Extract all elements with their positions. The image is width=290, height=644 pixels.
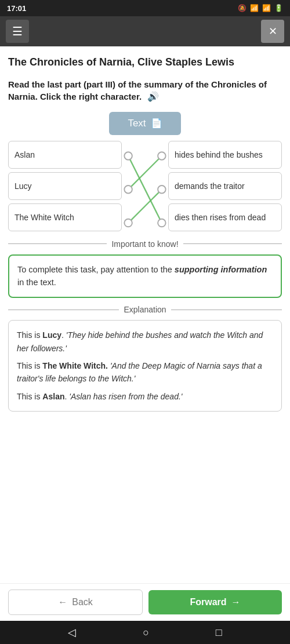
- mute-icon: 🔕: [238, 4, 246, 12]
- svg-line-0: [128, 156, 162, 190]
- info-text-prefix: To complete this task, pay attention to …: [17, 265, 175, 274]
- left-item-aslan[interactable]: Aslan: [8, 141, 122, 169]
- explanation-line-left: [8, 310, 119, 310]
- divider-line-right: [183, 243, 282, 244]
- back-button-label: Back: [72, 597, 93, 607]
- close-icon: ✕: [269, 25, 277, 38]
- svg-line-1: [128, 156, 162, 223]
- right-item-demands[interactable]: demands the traitor: [168, 172, 282, 200]
- matching-exercise: Aslan Lucy The White Witch: [8, 141, 282, 231]
- forward-button[interactable]: Forward →: [148, 590, 282, 614]
- svg-point-8: [158, 219, 165, 227]
- text-button-wrap: Text 📄: [8, 112, 282, 135]
- connector-area: [122, 141, 168, 231]
- left-item-lucy[interactable]: Lucy: [8, 172, 122, 200]
- svg-point-5: [124, 219, 132, 227]
- instruction-text: Read the last part (part III) of the sum…: [8, 78, 282, 103]
- explanation-label: Explanation: [124, 305, 166, 314]
- explanation-witch-bold: The White Witch.: [42, 361, 108, 370]
- explanation-divider: Explanation: [8, 305, 282, 314]
- left-item-white-witch[interactable]: The White Witch: [8, 203, 122, 231]
- explanation-line-2: This is The White Witch. 'And the Deep M…: [17, 359, 273, 385]
- explanation-aslan-bold: Aslan: [42, 392, 64, 401]
- svg-point-7: [158, 185, 165, 193]
- status-bar: 17:01 🔕 📶 📶 🔋: [0, 0, 290, 16]
- page-title: The Chronicles of Narnia, Clive Staples …: [8, 56, 282, 69]
- status-icons: 🔕 📶 📶 🔋: [238, 4, 283, 12]
- important-label: Important to know!: [111, 239, 178, 249]
- hamburger-icon: ☰: [12, 24, 23, 38]
- back-button[interactable]: ← Back: [8, 590, 143, 615]
- right-column: hides behind the bushes demands the trai…: [168, 141, 282, 231]
- forward-arrow-icon: →: [231, 597, 241, 607]
- explanation-lucy-bold: Lucy: [42, 330, 61, 340]
- connector-lines: [122, 141, 168, 231]
- info-text-suffix: in the text.: [17, 278, 56, 287]
- explanation-box: This is Lucy. 'They hide behind the bush…: [8, 320, 282, 412]
- svg-point-6: [158, 152, 165, 159]
- signal-icon: 📶: [262, 4, 271, 12]
- divider-line-left: [8, 243, 107, 244]
- android-nav: ◁ ○ □: [0, 621, 290, 644]
- right-item-hides[interactable]: hides behind the bushes: [168, 141, 282, 169]
- text-button-label: Text: [128, 118, 146, 129]
- wifi-icon: 📶: [250, 4, 259, 12]
- android-back-icon[interactable]: ◁: [68, 626, 76, 639]
- android-home-icon[interactable]: ○: [143, 627, 149, 639]
- document-icon: 📄: [151, 118, 162, 129]
- info-bold-text: supporting information: [175, 265, 267, 274]
- matching-area: Aslan Lucy The White Witch: [8, 141, 282, 231]
- android-recents-icon[interactable]: □: [216, 627, 222, 639]
- explanation-aslan-quote: 'Aslan has risen from the dead.': [69, 392, 182, 401]
- explanation-line-1: This is Lucy. 'They hide behind the bush…: [17, 329, 273, 355]
- explanation-line-right: [171, 310, 282, 310]
- speaker-icon[interactable]: 🔊: [147, 90, 159, 103]
- main-content: The Chronicles of Narnia, Clive Staples …: [0, 46, 290, 583]
- text-button[interactable]: Text 📄: [109, 112, 180, 135]
- explanation-line-3: This is Aslan. 'Aslan has risen from the…: [17, 390, 273, 403]
- forward-button-label: Forward: [190, 597, 226, 607]
- svg-point-3: [124, 152, 132, 159]
- svg-line-2: [128, 190, 162, 223]
- menu-button[interactable]: ☰: [6, 20, 29, 43]
- svg-point-4: [124, 185, 132, 193]
- battery-icon: 🔋: [274, 4, 283, 12]
- info-box: To complete this task, pay attention to …: [8, 254, 282, 299]
- right-item-dies-rises[interactable]: dies then rises from dead: [168, 203, 282, 231]
- status-time: 17:01: [7, 4, 26, 13]
- close-button[interactable]: ✕: [261, 20, 284, 43]
- back-arrow-icon: ←: [58, 597, 67, 607]
- bottom-nav: ← Back Forward →: [0, 583, 290, 621]
- important-divider: Important to know!: [8, 239, 282, 249]
- left-column: Aslan Lucy The White Witch: [8, 141, 122, 231]
- top-nav: ☰ ✕: [0, 16, 290, 46]
